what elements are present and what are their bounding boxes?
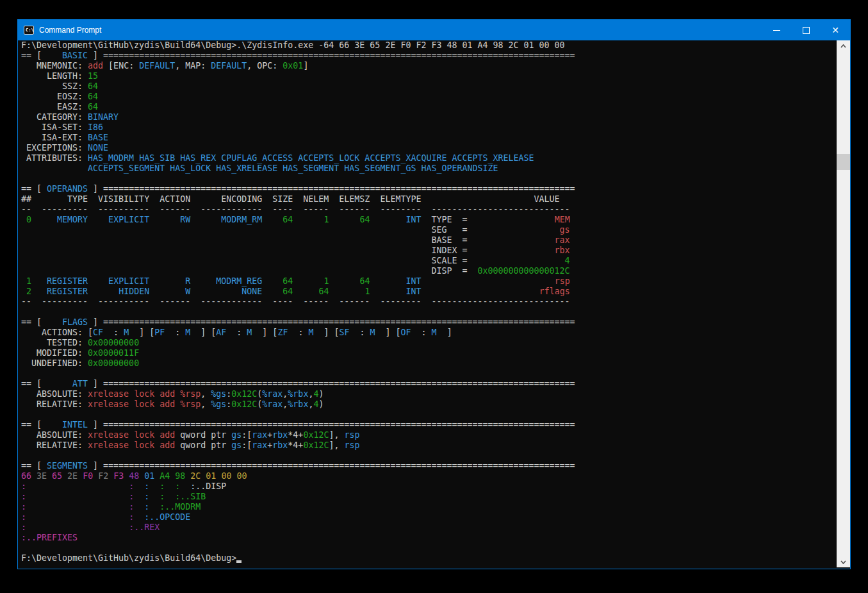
- console-line: MNEMONIC: add [ENC: DEFAULT, MAP: DEFAUL…: [21, 61, 575, 71]
- console-text-segment: :: [129, 512, 134, 522]
- console-text-segment: [293, 276, 303, 286]
- minimize-button[interactable]: [762, 20, 791, 40]
- console-text-segment: MODIFIED:: [21, 348, 88, 358]
- console-text-segment: ABSOLUTE:: [21, 389, 88, 399]
- maximize-button[interactable]: [791, 20, 821, 40]
- console-text-segment: :: [165, 328, 185, 337]
- cmd-icon[interactable]: C:\: [24, 26, 34, 35]
- console-text-segment: [468, 215, 555, 224]
- console-text-segment: rax: [252, 430, 267, 440]
- console-text-segment: EXCEPTIONS:: [21, 143, 88, 153]
- console-text-segment: [88, 287, 98, 296]
- console-text-segment: :..OPCODE: [144, 512, 190, 522]
- console-line: RELATIVE: xrelease lock add %rsp, %gs:0x…: [21, 399, 575, 410]
- console-text-segment: [262, 276, 272, 286]
- titlebar[interactable]: C:\ Command Prompt ✕: [18, 20, 850, 40]
- console-text-segment: xrelease lock add %rsp: [88, 389, 201, 399]
- console-line: CATEGORY: BINARY: [21, 112, 575, 122]
- console-line: F:\Development\GitHub\zydis\Build64\Debu…: [21, 40, 575, 51]
- console-text-segment: :: [144, 481, 149, 491]
- console-text-segment: :..SIB: [175, 492, 206, 501]
- console-text-segment: rax: [555, 235, 570, 245]
- console-line: ATTRIBUTES: HAS_MODRM HAS_SIB HAS_REX CP…: [21, 153, 575, 163]
- console-text-segment: == [: [21, 379, 47, 388]
- console-text-segment: [31, 287, 42, 296]
- console-text-segment: [149, 215, 160, 224]
- console-text-segment: SCALE =: [431, 256, 467, 265]
- console-text-segment: W: [160, 287, 190, 296]
- console-text-segment: :: [21, 492, 26, 501]
- console-text-segment: :..MODRM: [160, 502, 201, 512]
- console-text-segment: rsp: [344, 440, 359, 450]
- console-text-segment: [31, 215, 42, 224]
- console-text-segment: -- --------- ---------- ------ ---------…: [21, 205, 431, 214]
- console-text-segment: [ENC:: [103, 61, 139, 71]
- scroll-up-arrow-icon[interactable]: [837, 40, 850, 51]
- console-text-segment: [467, 256, 564, 265]
- console-text-segment: == [: [21, 184, 47, 194]
- console-text-segment: CATEGORY:: [21, 112, 88, 122]
- console-line: EXCEPTIONS: NONE: [21, 143, 575, 153]
- console-text-segment: ATT: [47, 379, 88, 388]
- console-text-segment: VALUE: [534, 194, 560, 204]
- console-line: [21, 307, 575, 317]
- console-text-segment: [190, 276, 201, 286]
- console-viewport[interactable]: F:\Development\GitHub\zydis\Build64\Debu…: [18, 40, 850, 567]
- console-text-segment: [26, 502, 129, 512]
- console-text-segment: 0x01: [283, 61, 303, 71]
- console-text-segment: 66: [21, 471, 37, 481]
- console-text-segment: ACTIONS:: [21, 328, 88, 337]
- console-text-segment: ---------------------------: [431, 297, 569, 306]
- console-text-segment: ],: [329, 430, 344, 440]
- console-text-segment: UNDEFINED:: [21, 358, 88, 368]
- console-text-segment: [149, 481, 160, 491]
- console-text-segment: :: [21, 502, 26, 512]
- scroll-down-arrow-icon[interactable]: [837, 556, 850, 567]
- console-text-segment: FLAGS: [47, 317, 88, 327]
- console-text-segment: 0x12C: [303, 430, 329, 440]
- console-text-segment: ATTRIBUTES:: [21, 153, 88, 163]
- command-prompt-window: C:\ Command Prompt ✕ F:\Development\GitH…: [17, 19, 851, 569]
- console-text-segment: 0: [21, 215, 31, 224]
- console-text-segment: RELATIVE:: [21, 399, 88, 409]
- console-text-segment: [190, 287, 201, 296]
- console-text-segment: 01: [144, 471, 160, 481]
- console-text-segment: [467, 225, 559, 235]
- console-text-segment: :..PREFIXES: [21, 533, 78, 542]
- console-text-segment: 65: [52, 471, 67, 481]
- close-button[interactable]: ✕: [821, 20, 850, 40]
- console-text-segment: EXPLICIT: [98, 215, 149, 224]
- minimize-icon: [773, 30, 780, 31]
- console-line: MODIFIED: 0x0000011F: [21, 348, 575, 358]
- console-text-segment: ] [: [252, 328, 277, 337]
- console-text-segment: INT: [381, 215, 422, 224]
- console-text-segment: AF: [216, 328, 226, 337]
- console-line: SEG = gs: [21, 225, 575, 235]
- console-text-segment: 0x12C: [231, 389, 257, 399]
- console-text-segment: %gs: [211, 389, 226, 399]
- console-text-segment: 4: [565, 256, 570, 265]
- console-text-segment: [370, 276, 380, 286]
- console-line: TESTED: 0x00000000: [21, 338, 575, 348]
- console-text-segment: :: [160, 481, 165, 491]
- console-text-segment: [21, 256, 431, 265]
- console-text-segment: %rbx: [288, 399, 308, 409]
- console-line: EASZ: 64: [21, 102, 575, 112]
- console-line: : : : :..MODRM: [21, 502, 575, 512]
- console-text-segment: INTEL: [47, 420, 88, 430]
- console-line: -- --------- ---------- ------ ---------…: [21, 297, 575, 307]
- console-text-segment: LENGTH:: [21, 71, 88, 81]
- console-text-segment: [26, 492, 129, 501]
- scrollbar[interactable]: [837, 40, 850, 567]
- console-text-segment: :: [21, 522, 26, 532]
- console-text-segment: 98: [175, 471, 190, 481]
- console-line: 2 REGISTER HIDDEN W NONE 64 64 1 INT rfl…: [21, 287, 575, 297]
- console-text-segment: M: [124, 328, 129, 337]
- console-text-segment: 1: [303, 276, 329, 286]
- scrollbar-thumb[interactable]: [837, 154, 850, 170]
- console-text-segment: SF: [339, 328, 349, 337]
- console-text-segment: *4+: [288, 440, 303, 450]
- console-text-segment: [31, 276, 42, 286]
- console-text-segment: ]: [88, 317, 103, 327]
- console-text-segment: [262, 287, 272, 296]
